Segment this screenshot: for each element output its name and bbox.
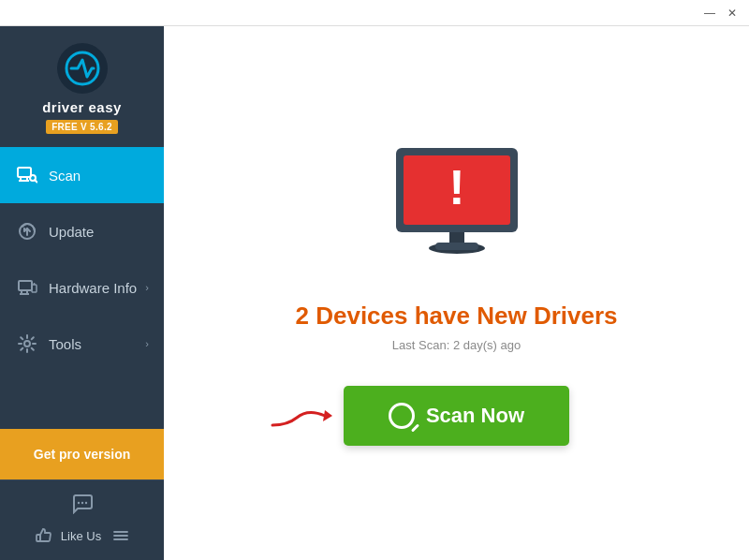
monitor-illustration: ! (377, 140, 536, 275)
sidebar-item-tools[interactable]: Tools › (0, 316, 164, 372)
scan-now-label: Scan Now (426, 404, 524, 428)
logo-area: driver easy FREE V 5.6.2 (0, 26, 164, 147)
version-badge: FREE V 5.6.2 (46, 120, 118, 134)
sidebar-item-scan[interactable]: Scan (0, 147, 164, 203)
sidebar-item-hardware-info-label: Hardware Info (49, 280, 137, 296)
tools-chevron: › (145, 338, 149, 349)
sidebar-item-hardware-info[interactable]: Hardware Info › (0, 259, 164, 316)
title-bar: — ✕ (0, 0, 749, 26)
menu-icon (112, 527, 129, 544)
hardware-info-chevron: › (145, 282, 149, 293)
sidebar-bottom: Like Us (0, 479, 164, 560)
like-us-item[interactable]: Like Us (35, 526, 129, 545)
chat-icon-button[interactable] (71, 492, 94, 519)
svg-rect-1 (18, 168, 31, 177)
scan-now-button[interactable]: Scan Now (344, 386, 569, 446)
scan-icon (15, 163, 39, 187)
app-name: driver easy (42, 99, 122, 116)
get-pro-label: Get pro version (34, 447, 130, 462)
svg-rect-28 (435, 243, 478, 250)
hardware-info-icon (15, 275, 39, 300)
main-content: ! 2 Devices have New Drivers Last Scan: … (164, 26, 749, 560)
svg-rect-13 (32, 285, 37, 292)
last-scan-text: Last Scan: 2 day(s) ago (392, 338, 521, 352)
sidebar-item-scan-label: Scan (49, 168, 81, 184)
scan-button-wrapper: Scan Now (344, 386, 569, 446)
close-button[interactable]: ✕ (723, 4, 742, 22)
svg-point-0 (57, 43, 108, 94)
sidebar-item-update[interactable]: Update (0, 203, 164, 259)
sidebar: driver easy FREE V 5.6.2 Scan (0, 26, 164, 560)
tools-icon (15, 332, 39, 356)
main-layout: driver easy FREE V 5.6.2 Scan (0, 26, 749, 560)
update-icon (15, 219, 39, 243)
minimize-button[interactable]: — (700, 4, 719, 22)
thumbs-up-icon (35, 526, 53, 545)
svg-line-6 (35, 180, 37, 182)
sidebar-item-update-label: Update (49, 224, 94, 240)
svg-point-18 (84, 502, 86, 504)
search-icon (389, 403, 415, 429)
svg-point-16 (77, 502, 79, 504)
sidebar-item-tools-label: Tools (49, 336, 81, 352)
svg-rect-19 (37, 535, 40, 541)
svg-point-17 (81, 502, 82, 504)
like-us-label: Like Us (61, 529, 101, 543)
arrow-icon (269, 399, 336, 433)
svg-text:!: ! (448, 160, 464, 214)
monitor-svg: ! (377, 140, 536, 272)
svg-rect-9 (19, 281, 32, 290)
get-pro-button[interactable]: Get pro version (0, 429, 164, 479)
status-title: 2 Devices have New Drivers (296, 302, 618, 331)
svg-point-15 (24, 341, 30, 346)
app-logo-icon (57, 43, 108, 94)
svg-marker-29 (323, 410, 332, 421)
nav-items: Scan Update (0, 147, 164, 429)
